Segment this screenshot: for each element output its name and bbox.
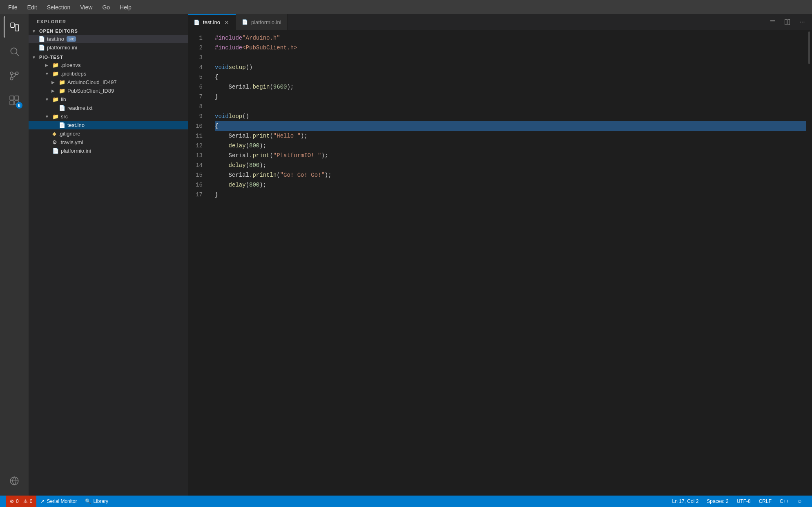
serial-monitor-label: Serial Monitor — [47, 498, 77, 504]
ellipsis-icon: ··· — [799, 18, 805, 26]
file-icon: 📄 — [59, 105, 65, 111]
extensions-activity-icon[interactable]: 8 — [4, 90, 25, 111]
library-label: Library — [93, 498, 108, 504]
smiley-icon: ☺ — [797, 498, 802, 504]
arduino-cloud-folder[interactable]: ▶ 📁 ArduinoCloud_ID497 — [29, 78, 188, 87]
status-encoding[interactable]: UTF-8 — [733, 496, 755, 507]
remote-activity-icon[interactable] — [4, 470, 25, 491]
menu-edit[interactable]: Edit — [23, 2, 41, 12]
status-position[interactable]: Ln 17, Col 2 — [668, 496, 703, 507]
code-line-13: Serial.print("PlatformIO! "); — [215, 151, 806, 160]
tab-test-ino[interactable]: 📄 test.ino ✕ — [188, 14, 236, 30]
status-smiley[interactable]: ☺ — [793, 496, 806, 507]
scrollbar[interactable] — [806, 30, 812, 496]
pio-test-label: PIO-TEST — [39, 55, 63, 60]
code-line-8 — [215, 102, 806, 111]
tab-spacer — [288, 14, 763, 30]
source-control-activity-icon[interactable] — [4, 65, 25, 87]
piolibdeps-folder[interactable]: ▼ 📁 .piolibdeps — [29, 69, 188, 78]
svg-line-3 — [16, 53, 19, 56]
line-ending-label: CRLF — [759, 498, 772, 504]
folder-icon: 📁 — [59, 79, 65, 85]
code-line-6: Serial.begin(9600); — [215, 82, 806, 92]
open-editor-test-ino[interactable]: 📄 test.ino src — [29, 35, 188, 43]
menu-help[interactable]: Help — [116, 2, 136, 12]
piolibdeps-chevron: ▼ — [45, 71, 51, 76]
open-editors-tab-action[interactable] — [767, 16, 779, 28]
code-line-2: #include <PubSubClient.h> — [215, 43, 806, 53]
menu-view[interactable]: View — [76, 2, 96, 12]
spaces-label: Spaces: 2 — [707, 498, 728, 504]
src-test-ino-file[interactable]: ▶ 📄 test.ino — [29, 121, 188, 129]
pioenvs-name: .pioenvs — [61, 62, 80, 68]
svg-rect-7 — [10, 96, 14, 100]
open-editor-platformio-ini[interactable]: 📄 platformio.ini — [29, 43, 188, 52]
menu-file[interactable]: File — [4, 2, 22, 12]
readme-file[interactable]: ▶ 📄 readme.txt — [29, 104, 188, 112]
folder-icon: 📁 — [52, 62, 59, 68]
activity-bar: 8 — [0, 14, 29, 496]
tab-test-ino-close[interactable]: ✕ — [223, 18, 230, 27]
file-icon: 📄 — [52, 148, 59, 154]
platformio-ini-file[interactable]: ▶ 📄 platformio.ini — [29, 147, 188, 155]
code-line-15: Serial.println("Go! Go! Go!"); — [215, 170, 806, 180]
status-errors[interactable]: ⊗ 0 ⚠ 0 — [6, 496, 36, 507]
code-line-16: delay(800); — [215, 180, 806, 190]
platformio-ini-name: platformio.ini — [61, 148, 91, 154]
gitignore-file[interactable]: ▶ ◆ .gitignore — [29, 129, 188, 138]
gear-icon: ⚙ — [52, 139, 57, 145]
lib-name: lib — [61, 96, 66, 102]
sidebar: EXPLORER ▼ OPEN EDITORS 📄 test.ino src 📄… — [29, 14, 188, 496]
pubsubclient-name: PubSubClient_ID89 — [67, 88, 114, 94]
split-editor-action[interactable] — [782, 16, 793, 28]
code-line-14: delay(800); — [215, 160, 806, 170]
open-editor-test-ino-name: test.ino — [47, 36, 64, 42]
status-serial-monitor[interactable]: ↗ Serial Monitor — [36, 496, 81, 507]
code-line-12: delay(800); — [215, 141, 806, 151]
serial-monitor-icon: ↗ — [40, 498, 45, 504]
folder-icon: 📁 — [52, 96, 59, 102]
more-actions[interactable]: ··· — [796, 16, 808, 28]
src-test-ino-name: test.ino — [67, 122, 85, 128]
open-editors-chevron: ▼ — [32, 29, 38, 33]
error-icon: ⊗ — [10, 498, 14, 504]
status-bar: ⊗ 0 ⚠ 0 ↗ Serial Monitor 🔍 Library Ln 17… — [0, 496, 812, 507]
pubsubclient-chevron: ▶ — [51, 89, 58, 93]
code-line-10: { — [215, 121, 806, 131]
status-line-ending[interactable]: CRLF — [755, 496, 776, 507]
svg-rect-0 — [11, 23, 14, 27]
code-line-4: void setup() — [215, 62, 806, 72]
code-line-1: #include "Arduino.h" — [215, 33, 806, 43]
open-editors-section[interactable]: ▼ OPEN EDITORS — [29, 27, 188, 35]
svg-point-6 — [10, 77, 13, 80]
status-library[interactable]: 🔍 Library — [81, 496, 112, 507]
pioenvs-folder[interactable]: ▶ 📁 .pioenvs — [29, 61, 188, 69]
explorer-activity-icon[interactable] — [4, 16, 25, 38]
menu-go[interactable]: Go — [98, 2, 114, 12]
language-label: C++ — [780, 498, 789, 504]
code-editor[interactable]: #include "Arduino.h" #include <PubSubCli… — [208, 30, 806, 496]
search-activity-icon[interactable] — [4, 41, 25, 62]
editor-content: 1 2 3 4 5 6 7 8 9 10 11 12 13 14 15 16 1… — [188, 30, 812, 496]
position-label: Ln 17, Col 2 — [672, 498, 699, 504]
src-folder[interactable]: ▼ 📁 src — [29, 112, 188, 121]
folder-icon: 📁 — [52, 71, 59, 77]
travis-file[interactable]: ▶ ⚙ .travis.yml — [29, 138, 188, 147]
svg-point-4 — [10, 72, 13, 75]
line-numbers: 1 2 3 4 5 6 7 8 9 10 11 12 13 14 15 16 1… — [188, 30, 208, 496]
sidebar-header: EXPLORER — [29, 14, 188, 27]
pio-test-section[interactable]: ▼ PIO-TEST — [29, 53, 188, 61]
status-spaces[interactable]: Spaces: 2 — [703, 496, 732, 507]
status-language[interactable]: C++ — [776, 496, 793, 507]
pioenvs-chevron: ▶ — [45, 63, 51, 67]
file-icon: 📄 — [38, 44, 45, 51]
readme-name: readme.txt — [67, 105, 92, 111]
error-count: 0 — [16, 498, 19, 504]
extensions-badge: 8 — [16, 102, 22, 109]
travis-name: .travis.yml — [59, 139, 83, 145]
menu-selection[interactable]: Selection — [43, 2, 75, 12]
lib-folder[interactable]: ▼ 📁 lib — [29, 95, 188, 104]
search-status-icon: 🔍 — [85, 498, 91, 504]
tab-platformio-ini[interactable]: 📄 platformio.ini — [236, 14, 288, 30]
pubsubclient-folder[interactable]: ▶ 📁 PubSubClient_ID89 — [29, 87, 188, 95]
